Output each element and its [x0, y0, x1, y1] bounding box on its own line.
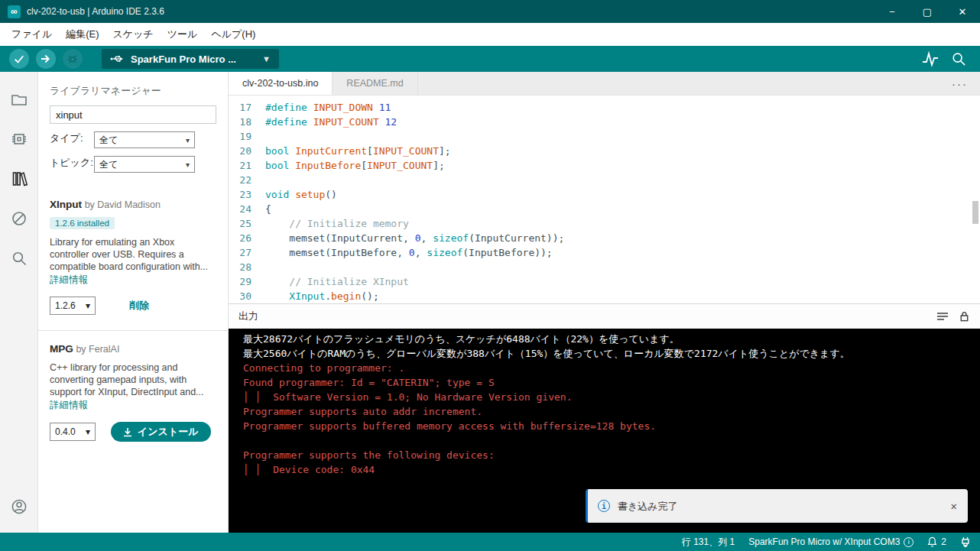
code-editor[interactable]: 17#define INPUT_DOWN 1118#define INPUT_C…	[229, 96, 980, 303]
console-line: Connecting to programmer: .	[243, 361, 980, 375]
chevron-down-icon: ▾	[186, 136, 190, 144]
install-library-button[interactable]: インストール	[111, 422, 211, 442]
menu-sketch[interactable]: スケッチ	[106, 23, 161, 46]
output-panel-header: 出力	[229, 303, 980, 329]
more-actions-icon[interactable]: ···	[952, 77, 980, 90]
library-actions: 1.2.6 ▾ 削除	[50, 297, 216, 315]
toggle-output-text-button[interactable]	[936, 311, 949, 322]
library-author: by David Madison	[85, 199, 161, 210]
topic-filter-value: 全て	[99, 158, 118, 171]
verify-button[interactable]	[9, 49, 29, 69]
minimize-button[interactable]: −	[875, 0, 910, 23]
board-selector-label: SparkFun Pro Micro ...	[131, 53, 236, 65]
sidebar-item-debug[interactable]	[0, 199, 38, 238]
chevron-down-icon: ▼	[262, 54, 271, 63]
checkmark-icon	[12, 52, 26, 66]
library-author: by FeralAI	[76, 344, 119, 355]
notification-count: 2	[941, 536, 946, 547]
console-line: Programmer supports the following device…	[243, 448, 980, 462]
editor-scrollbar-thumb[interactable]	[972, 201, 978, 224]
toast-close-icon[interactable]: ✕	[940, 499, 968, 514]
chevron-down-icon: ▾	[86, 426, 90, 437]
library-title: MPG by FeralAI	[50, 343, 216, 355]
right-arrow-icon	[39, 52, 53, 66]
tab-readme[interactable]: README.md	[333, 72, 417, 95]
version-value: 0.4.0	[55, 426, 76, 437]
library-entry-mpg: MPG by FeralAI C++ library for processin…	[50, 343, 216, 442]
serial-plotter-button[interactable]	[922, 50, 939, 67]
more-info-link[interactable]: 詳細情報	[50, 399, 88, 412]
topic-filter-row: トピック: 全て ▾	[50, 156, 216, 173]
code-line: 28	[229, 260, 980, 274]
debug-bug-icon	[67, 53, 79, 65]
divider	[38, 330, 228, 331]
info-icon: i	[598, 500, 610, 512]
board-port-status[interactable]: SparkFun Pro Micro w/ XInput COM3 i	[748, 536, 913, 547]
console-line: │ │ Device code: 0x44	[243, 462, 980, 477]
editor-tab-bar: clv-202-to-usb.ino README.md ···	[229, 72, 980, 96]
menu-bar: ファイル 編集(E) スケッチ ツール ヘルプ(H)	[0, 23, 980, 46]
console-line	[243, 433, 980, 448]
close-button[interactable]: ✕	[945, 0, 980, 23]
bell-icon	[927, 536, 937, 547]
status-bar: 行 131、列 1 SparkFun Pro Micro w/ XInput C…	[0, 533, 980, 551]
debug-button[interactable]	[63, 49, 83, 69]
folder-icon	[10, 90, 28, 109]
board-selector[interactable]: SparkFun Pro Micro ... ▼	[102, 49, 279, 69]
library-name: MPG	[50, 343, 73, 355]
type-filter-value: 全て	[99, 134, 118, 147]
code-line: 30 XInput.begin();	[229, 289, 980, 303]
remove-library-button[interactable]: 削除	[129, 299, 149, 313]
notifications-button[interactable]: 2	[927, 536, 946, 547]
version-select[interactable]: 0.4.0 ▾	[50, 423, 96, 441]
chevron-down-icon: ▾	[86, 300, 90, 311]
board-port-label: SparkFun Pro Micro w/ XInput COM3	[748, 536, 900, 547]
usb-icon	[110, 54, 124, 63]
account-button[interactable]	[0, 487, 38, 527]
tab-sketch[interactable]: clv-202-to-usb.ino	[229, 72, 333, 95]
code-line: 24{	[229, 202, 980, 216]
type-filter-select[interactable]: 全て ▾	[94, 131, 195, 148]
version-select[interactable]: 1.2.6 ▾	[50, 297, 96, 315]
code-line: 21bool InputBefore[INPUT_COUNT];	[229, 158, 980, 173]
cursor-position[interactable]: 行 131、列 1	[682, 536, 735, 549]
toolbar-right	[922, 50, 971, 67]
scroll-lock-button[interactable]	[959, 310, 970, 322]
output-console[interactable]: 最大28672バイトのフラッシュメモリのうち、スケッチが6488バイト（22%）…	[229, 329, 980, 533]
menu-tools[interactable]: ツール	[161, 23, 205, 46]
window-controls: − ▢ ✕	[875, 0, 980, 23]
library-search-input[interactable]	[50, 105, 216, 124]
topic-filter-label: トピック:	[50, 156, 94, 173]
console-lines: 最大28672バイトのフラッシュメモリのうち、スケッチが6488バイト（22%）…	[243, 332, 980, 477]
output-header-icons	[936, 310, 970, 322]
version-value: 1.2.6	[55, 300, 76, 311]
library-description: C++ library for processing and convertin…	[50, 361, 216, 398]
code-line: 18#define INPUT_COUNT 12	[229, 115, 980, 129]
sidebar-item-sketchbook[interactable]	[0, 79, 38, 119]
topic-filter-select[interactable]: 全て ▾	[94, 156, 195, 173]
maximize-button[interactable]: ▢	[910, 0, 945, 23]
code-line: 17#define INPUT_DOWN 11	[229, 100, 980, 115]
tab-label: README.md	[346, 78, 403, 89]
sidebar-item-library-manager[interactable]	[0, 159, 38, 199]
upload-button[interactable]	[36, 49, 56, 69]
menu-help[interactable]: ヘルプ(H)	[204, 23, 262, 46]
code-line: 26 memset(InputCurrent, 0, sizeof(InputC…	[229, 231, 980, 245]
sidebar-item-boards-manager[interactable]	[0, 119, 38, 159]
type-filter-label: タイプ:	[50, 131, 94, 148]
window-title: clv-202-to-usb | Arduino IDE 2.3.6	[27, 6, 164, 17]
sidebar-item-search[interactable]	[0, 238, 38, 278]
library-title: XInput by David Madison	[50, 199, 216, 210]
serial-connection-button[interactable]	[960, 536, 971, 548]
download-icon	[123, 427, 132, 437]
serial-monitor-button[interactable]	[951, 51, 966, 66]
menu-file[interactable]: ファイル	[5, 23, 59, 46]
console-line: Found programmer: Id = "CATERIN"; type =…	[243, 375, 980, 390]
lines-icon	[936, 311, 949, 322]
menu-edit[interactable]: 編集(E)	[59, 23, 105, 46]
more-info-link[interactable]: 詳細情報	[50, 274, 88, 287]
title-bar: ∞ clv-202-to-usb | Arduino IDE 2.3.6 − ▢…	[0, 0, 980, 23]
output-title: 出力	[239, 310, 258, 323]
toast-message: 書き込み完了	[618, 499, 678, 514]
console-line: │ │ Software Version = 1.0; No Hardware …	[243, 390, 980, 404]
